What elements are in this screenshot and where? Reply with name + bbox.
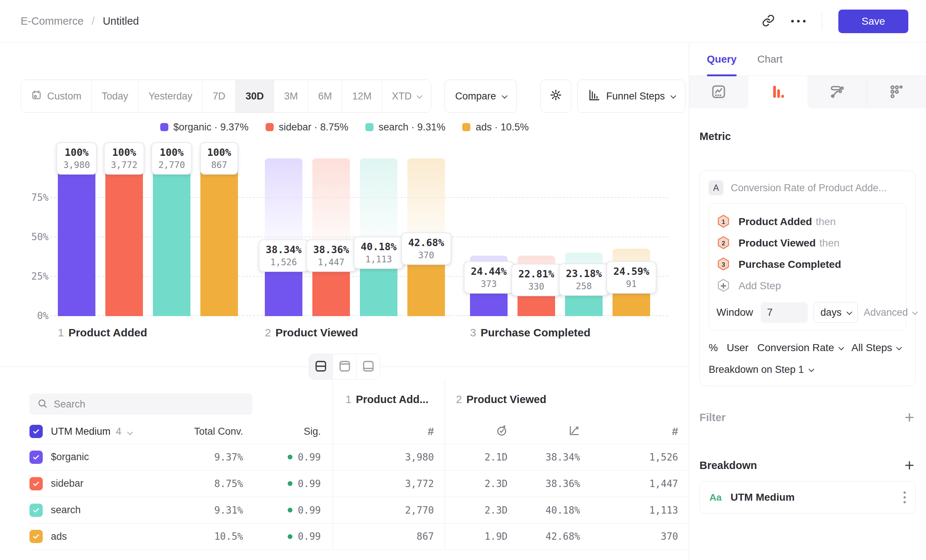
query-step-1[interactable]: 1 Product Addedthen xyxy=(716,211,899,233)
metric-title: Conversion Rate of Product Adde... xyxy=(731,182,887,194)
legend-item[interactable]: ads · 10.5% xyxy=(462,121,528,133)
chart-type-retention[interactable] xyxy=(867,76,926,108)
breadcrumb-parent[interactable]: E-Commerce xyxy=(21,15,83,27)
range-12m[interactable]: 12M xyxy=(342,80,381,112)
row-segment-name: sidebar xyxy=(51,478,83,489)
range-yesterday[interactable]: Yesterday xyxy=(138,80,202,112)
chart-type-funnel-active[interactable] xyxy=(749,76,808,108)
sig-column-header[interactable]: Sig. xyxy=(243,419,333,443)
chart-type-flows[interactable] xyxy=(807,76,867,108)
layout-top-button[interactable] xyxy=(333,354,356,379)
more-options-button[interactable] xyxy=(791,20,806,23)
window-value-input[interactable] xyxy=(761,302,808,323)
bar-count: 3,772 xyxy=(111,159,138,171)
table-search[interactable] xyxy=(29,394,252,415)
step1-count-column-header[interactable]: # xyxy=(333,419,445,443)
bar-count: 330 xyxy=(518,281,554,292)
table-row-ads[interactable]: ads 10.5% 0.99 867 1.9D 42.68% 370 xyxy=(29,523,689,550)
step-then-suffix: then xyxy=(816,216,836,227)
chart-settings-button[interactable] xyxy=(540,80,571,113)
table-row-sidebar[interactable]: sidebar 8.75% 0.99 3,772 2.3D 38.36% 1,4… xyxy=(29,470,689,496)
row-checkbox[interactable] xyxy=(29,530,43,543)
advanced-toggle[interactable]: Advanced xyxy=(864,307,917,318)
chart-type-insights[interactable] xyxy=(689,76,749,108)
row-significance: 0.99 xyxy=(243,444,333,470)
row-step2-count: 1,113 xyxy=(580,497,689,523)
range-3m[interactable]: 3M xyxy=(274,80,308,112)
metric-type-selector[interactable]: Conversion Rate xyxy=(757,342,843,354)
search-icon xyxy=(37,398,48,410)
bar-count: 373 xyxy=(471,278,507,290)
query-step-3[interactable]: 3 Purchase Completed xyxy=(716,254,899,275)
window-unit-value: days xyxy=(821,307,842,318)
range-custom[interactable]: Custom xyxy=(21,80,91,112)
funnel-bar-search[interactable] xyxy=(153,159,191,316)
row-name-cell: search xyxy=(29,497,169,523)
legend-item[interactable]: search · 9.31% xyxy=(365,121,446,133)
range-today[interactable]: Today xyxy=(91,80,138,112)
calendar-icon xyxy=(31,89,42,103)
row-step2-count: 1,447 xyxy=(580,471,689,496)
window-unit-select[interactable]: days xyxy=(814,302,858,323)
layout-bottom-button[interactable] xyxy=(356,354,380,379)
row-step2-count: 370 xyxy=(580,524,689,549)
bar-value-card: 100%867 xyxy=(200,142,238,175)
group-by-selector[interactable]: UTM Medium 4 xyxy=(51,426,132,437)
avg-time-column-header[interactable] xyxy=(445,419,508,443)
svg-text:2: 2 xyxy=(722,240,725,247)
tab-query[interactable]: Query xyxy=(707,43,737,76)
save-button[interactable]: Save xyxy=(838,9,908,33)
funnel-bar-sidebar[interactable] xyxy=(105,159,143,316)
counting-method-selector[interactable]: User xyxy=(727,342,749,354)
breakdown-on-step-selector[interactable]: Breakdown on Step 1 xyxy=(709,364,906,375)
row-conv-rate: 38.36% xyxy=(508,471,580,496)
compare-button[interactable]: Compare xyxy=(445,80,517,113)
row-segment-name: ads xyxy=(51,531,67,542)
row-total-conv: 8.75% xyxy=(169,471,243,496)
steps-scope-selector[interactable]: All Steps xyxy=(852,342,901,354)
table-row-$organic[interactable]: $organic 9.37% 0.99 3,980 2.1D 38.34% 1,… xyxy=(29,443,689,470)
total-conv-column-header[interactable]: Total Conv. xyxy=(169,419,243,443)
breakdown-property-card[interactable]: Aa UTM Medium xyxy=(699,481,916,513)
range-7d[interactable]: 7D xyxy=(202,80,235,112)
conv-rate-column-header[interactable] xyxy=(508,419,580,443)
search-input[interactable] xyxy=(54,399,245,410)
metric-title-row[interactable]: A Conversion Rate of Product Adde... xyxy=(709,180,906,195)
tab-chart[interactable]: Chart xyxy=(757,43,782,76)
add-breakdown-button[interactable] xyxy=(903,459,916,472)
range-30d-selected[interactable]: 30D xyxy=(235,80,274,112)
ellipsis-icon xyxy=(791,20,806,23)
layout-split-button[interactable] xyxy=(309,354,333,379)
add-filter-button[interactable] xyxy=(903,411,916,424)
row-step1-count: 3,772 xyxy=(333,471,445,496)
row-checkbox[interactable] xyxy=(29,477,43,490)
funnel-view-selector[interactable]: Funnel Steps xyxy=(577,80,685,113)
breadcrumb-current[interactable]: Untitled xyxy=(103,15,139,27)
step2-column-header[interactable]: 2 Product Viewed xyxy=(445,380,689,419)
legend-item[interactable]: $organic · 9.37% xyxy=(160,121,249,133)
y-axis-tick-label: 50% xyxy=(21,232,48,242)
select-all-checkbox[interactable] xyxy=(29,425,43,438)
breakdown-options-kebab[interactable] xyxy=(903,492,906,503)
table-step-header-row: 1 Product Add... 2 Product Viewed xyxy=(29,380,689,419)
row-checkbox[interactable] xyxy=(29,504,43,517)
funnel-bar-$organic[interactable] xyxy=(58,159,95,316)
metric-card: A Conversion Rate of Product Adde... 1 P… xyxy=(699,171,916,386)
row-avg-time: 2.3D xyxy=(445,471,508,496)
funnel-bar-ads[interactable] xyxy=(200,159,238,316)
legend-label: ads · 10.5% xyxy=(475,121,528,133)
table-row-search[interactable]: search 9.31% 0.99 2,770 2.3D 40.18% 1,11… xyxy=(29,496,689,523)
row-checkbox[interactable] xyxy=(29,451,43,464)
range-6m[interactable]: 6M xyxy=(308,80,342,112)
range-xtd[interactable]: XTD xyxy=(381,80,431,112)
step2-count-column-header[interactable]: # xyxy=(580,419,689,443)
breakdown-table: 1 Product Add... 2 Product Viewed UTM Me… xyxy=(29,380,689,550)
share-link-button[interactable] xyxy=(762,14,775,28)
chevron-down-icon xyxy=(846,309,852,315)
query-step-2[interactable]: 2 Product Viewedthen xyxy=(716,233,899,254)
step1-column-header[interactable]: 1 Product Add... xyxy=(333,380,445,419)
legend-item[interactable]: sidebar · 8.75% xyxy=(266,121,348,133)
sig-dot-icon xyxy=(287,508,292,513)
hash-icon: # xyxy=(672,425,678,438)
add-step-button[interactable]: Add Step xyxy=(716,275,899,297)
